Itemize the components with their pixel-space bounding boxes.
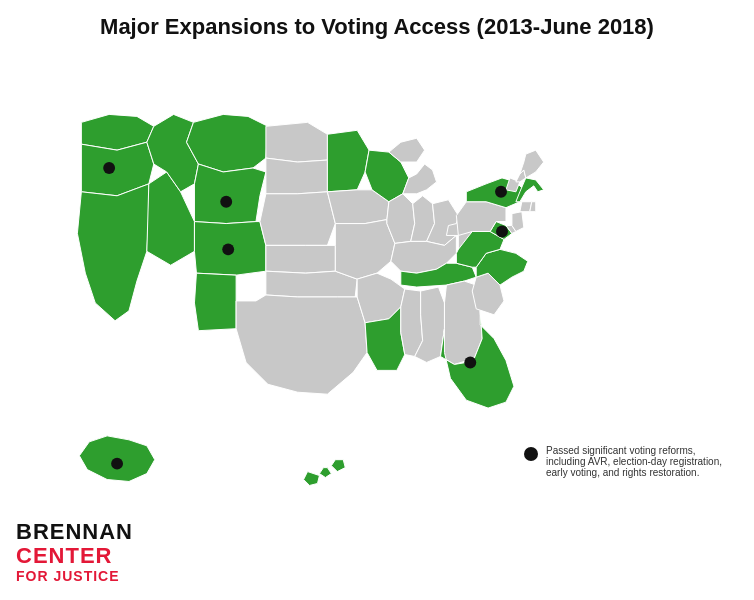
svg-point-5	[495, 186, 507, 198]
legend-dot-icon	[524, 447, 538, 461]
svg-point-3	[111, 458, 123, 470]
svg-point-4	[496, 226, 508, 238]
brand-for-justice: FOR JUSTICE	[16, 569, 133, 584]
branding: BRENNAN CENTER FOR JUSTICE	[16, 520, 133, 584]
brand-center: CENTER	[16, 544, 133, 568]
svg-point-2	[222, 243, 234, 255]
svg-point-1	[220, 196, 232, 208]
legend-text: Passed significant voting reforms, inclu…	[546, 445, 724, 478]
map-area: Passed significant voting reforms, inclu…	[0, 48, 754, 538]
svg-point-0	[103, 162, 115, 174]
page-title: Major Expansions to Voting Access (2013-…	[0, 0, 754, 48]
brand-brennan: BRENNAN	[16, 520, 133, 544]
svg-point-6	[464, 356, 476, 368]
legend: Passed significant voting reforms, inclu…	[524, 445, 724, 478]
page-container: Major Expansions to Voting Access (2013-…	[0, 0, 754, 600]
